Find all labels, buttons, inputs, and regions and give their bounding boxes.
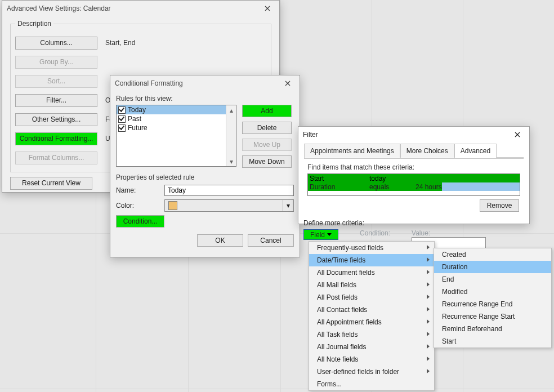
submenu-arrow-icon [427,270,430,274]
cf-titlebar: Conditional Formatting [110,75,300,91]
filter-instructions: Find items that match these criteria: [307,163,524,171]
avs-title: Advanced View Settings: Calendar [6,5,259,12]
field-category-menu-item[interactable]: All Appointment fields [309,316,434,328]
datetime-field-menu-item[interactable]: Start [434,335,551,348]
field-category-menu-item[interactable]: Date/Time fields [309,254,434,266]
submenu-arrow-icon [427,332,430,336]
format-columns-button: Format Columns... [15,152,97,164]
cf-name-label: Name: [116,186,136,194]
groupby-button: Group By... [15,56,97,69]
cf-color-select[interactable]: ▾ [164,199,294,212]
field-dropdown-button[interactable]: Field [303,229,338,240]
value-column-label: Value: [412,229,486,237]
datetime-field-menu-item[interactable]: Recurrence Range End [434,298,551,310]
cf-properties-label: Properties of selected rule [116,173,294,181]
field-category-menu-item[interactable]: All Document fields [309,266,434,279]
datetime-fields-menu: CreatedDurationEndModifiedRecurrence Ran… [434,248,552,348]
color-swatch-icon [168,201,177,210]
field-category-menu-item[interactable]: User-defined fields in folder [309,366,434,378]
scroll-up-icon[interactable]: ▴ [226,105,236,115]
submenu-arrow-icon [427,319,430,324]
checkbox-icon[interactable] [118,106,126,114]
cf-ok-button[interactable]: OK [197,234,243,247]
cf-rules-list[interactable]: Today Past Future ▴ ▾ [116,105,236,167]
condition-column-label: Condition: [360,229,390,237]
tab-advanced[interactable]: Advanced [454,144,497,158]
field-category-menu-item[interactable]: All Post fields [309,291,434,304]
submenu-arrow-icon [427,245,430,250]
cf-rule-item[interactable]: Future [117,123,236,132]
filter-close-button[interactable] [509,128,526,141]
reset-current-view-button[interactable]: Reset Current View [10,177,92,190]
columns-button[interactable]: Columns... [15,37,97,50]
checkbox-icon[interactable] [118,115,126,123]
field-category-menu-item[interactable]: All Journal fields [309,341,434,353]
criteria-row[interactable]: Duration equals 24 hours [308,182,520,191]
cf-close-button[interactable] [279,77,296,90]
checkbox-icon[interactable] [118,124,126,132]
conditional-formatting-window: Conditional Formatting Rules for this vi… [110,75,300,257]
submenu-arrow-icon [427,295,430,299]
submenu-arrow-icon [427,357,430,361]
cf-color-label: Color: [116,202,134,210]
chevron-down-icon[interactable]: ▾ [283,200,293,211]
field-category-menu-item[interactable]: Frequently-used fields [309,242,434,254]
criteria-condition: today [369,175,414,182]
submenu-arrow-icon [427,257,430,262]
add-rule-button[interactable]: Add [242,105,292,117]
field-button-label: Field [310,231,325,239]
cf-rule-label: Future [128,124,148,132]
datetime-field-menu-item[interactable]: Modified [434,286,551,298]
submenu-arrow-icon [427,344,430,349]
columns-value: Start, End [105,39,135,47]
criteria-condition: equals [369,183,414,191]
conditional-formatting-button[interactable]: Conditional Formatting... [15,132,97,145]
datetime-field-menu-item[interactable]: Duration [434,261,551,273]
avs-close-button[interactable] [259,2,276,15]
cf-name-input[interactable] [164,185,294,196]
submenu-arrow-icon [427,369,430,373]
cf-rule-item[interactable]: Today [117,105,236,114]
chevron-down-icon [327,233,332,236]
condition-button[interactable]: Condition... [116,215,164,228]
avs-titlebar: Advanced View Settings: Calendar [2,1,279,16]
datetime-field-menu-item[interactable]: Recurrence Range Start [434,310,551,323]
filter-window: Filter Appointments and Meetings More Ch… [298,126,530,224]
field-category-menu-item[interactable]: All Mail fields [309,279,434,291]
datetime-field-menu-item[interactable]: Created [434,248,551,261]
criteria-row[interactable]: Start today [308,174,520,182]
scrollbar[interactable]: ▴ ▾ [226,105,236,166]
field-category-menu-item[interactable]: All Contact fields [309,304,434,316]
filter-title: Filter [302,131,509,139]
field-category-menu-item[interactable]: All Note fields [309,353,434,366]
filter-button[interactable]: Filter... [15,94,97,107]
movedown-button[interactable]: Move Down [242,155,292,168]
cf-rules-label: Rules for this view: [116,95,294,103]
filter-tabs: Appointments and Meetings More Choices A… [304,144,524,158]
other-settings-button[interactable]: Other Settings... [15,113,97,126]
criteria-list[interactable]: Start today Duration equals 24 hours [307,173,520,196]
datetime-field-menu-item[interactable]: End [434,273,551,286]
cf-title: Conditional Formatting [114,79,279,87]
criteria-field: Duration [308,183,369,191]
cf-cancel-button[interactable]: Cancel [248,234,294,247]
avs-description-legend: Description [15,20,53,28]
field-category-menu-item[interactable]: All Task fields [309,328,434,341]
cf-rule-item[interactable]: Past [117,114,236,123]
tab-more-choices[interactable]: More Choices [400,144,454,158]
cf-rule-label: Past [128,115,141,123]
remove-criteria-button[interactable]: Remove [480,199,519,212]
datetime-field-menu-item[interactable]: Remind Beforehand [434,323,551,335]
scroll-down-icon[interactable]: ▾ [226,157,236,166]
moveup-button: Move Up [242,139,292,151]
define-more-label: Define more criteria: [303,219,528,227]
tab-appointments[interactable]: Appointments and Meetings [304,144,400,158]
submenu-arrow-icon [427,307,430,311]
field-category-menu: Frequently-used fieldsDate/Time fieldsAl… [309,241,435,391]
sort-button: Sort... [15,75,97,88]
delete-rule-button[interactable]: Delete [242,122,292,134]
field-category-menu-item[interactable]: Forms... [309,378,434,390]
criteria-field: Start [308,175,369,182]
cf-rule-label: Today [128,106,146,114]
criteria-value: 24 hours [414,183,520,191]
